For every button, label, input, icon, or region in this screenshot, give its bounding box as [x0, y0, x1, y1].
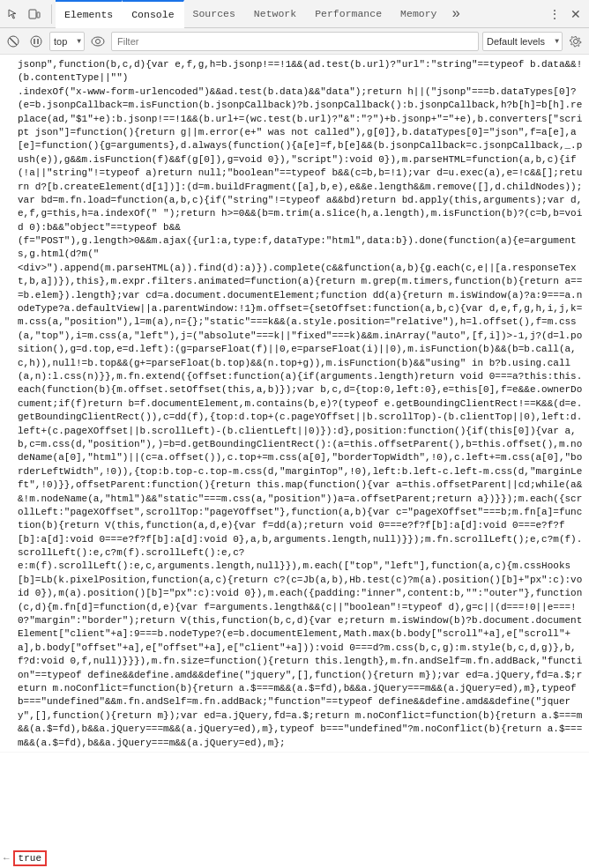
tab-memory[interactable]: Memory: [391, 0, 446, 28]
tab-performance[interactable]: Performance: [306, 0, 391, 28]
context-selector-wrapper: top: [49, 32, 85, 51]
console-text-block: jsonp",function(b,c,d){var e,f,g,h=b.jso…: [0, 56, 589, 753]
svg-point-4: [31, 36, 41, 47]
tab-more-btn[interactable]: »: [447, 0, 466, 28]
result-arrow-icon: ←: [4, 853, 10, 864]
svg-rect-1: [37, 12, 40, 18]
tab-network[interactable]: Network: [245, 0, 306, 28]
result-value: true: [13, 850, 47, 866]
eye-btn[interactable]: [88, 32, 108, 51]
svg-rect-0: [29, 10, 36, 19]
levels-select-wrapper: Default levels: [482, 32, 563, 51]
svg-point-8: [96, 39, 101, 43]
tab-end-icons: ⋮ ✕: [545, 4, 585, 24]
levels-select[interactable]: Default levels: [482, 32, 563, 51]
tab-bar: Elements Console Sources Network Perform…: [0, 0, 589, 28]
tab-console[interactable]: Console: [123, 0, 183, 28]
context-select[interactable]: top: [49, 32, 85, 51]
clear-console-btn[interactable]: [4, 32, 23, 51]
device-icon-btn[interactable]: [25, 4, 44, 24]
svg-line-3: [10, 38, 17, 45]
console-output[interactable]: jsonp",function(b,c,d){var e,f,g,h=b.jso…: [0, 55, 589, 849]
kebab-menu-btn[interactable]: ⋮: [545, 4, 564, 24]
settings-btn[interactable]: [566, 32, 585, 51]
filter-input[interactable]: [111, 32, 479, 51]
tab-elements[interactable]: Elements: [56, 0, 123, 28]
svg-point-9: [574, 39, 578, 43]
console-toolbar: top Default levels: [0, 28, 589, 55]
svg-point-7: [92, 37, 104, 46]
inspect-icon-btn[interactable]: [4, 4, 23, 24]
pause-btn[interactable]: [26, 32, 46, 51]
close-devtools-btn[interactable]: ✕: [566, 4, 585, 24]
tab-sources[interactable]: Sources: [184, 0, 245, 28]
console-result-line: ← true: [0, 849, 589, 868]
devtools-icons: [4, 4, 52, 24]
